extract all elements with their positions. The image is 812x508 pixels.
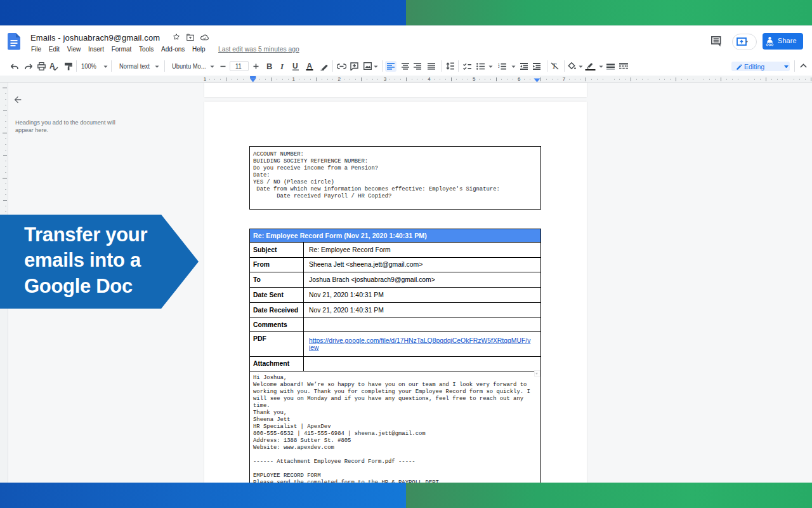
svg-text:B: B	[266, 62, 272, 70]
svg-text:I: I	[280, 62, 284, 70]
svg-text:U: U	[292, 62, 298, 70]
svg-text:2: 2	[498, 65, 500, 69]
